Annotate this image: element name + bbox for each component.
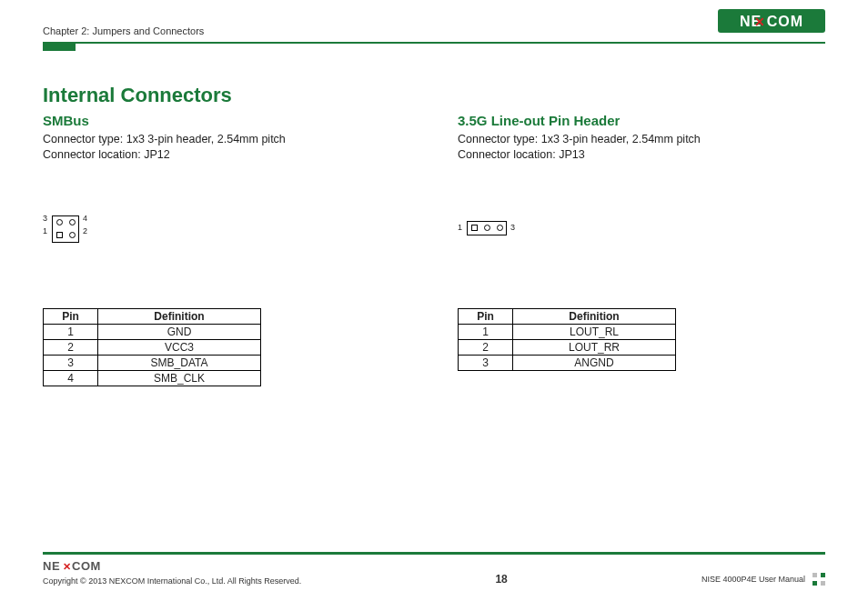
- smbus-pin-diagram: 3 4 1 2: [43, 199, 410, 272]
- smbus-spec-type: Connector type: 1x3 3-pin header, 2.54mm…: [43, 132, 410, 147]
- nexcom-logo-bottom: NE ✕ COM: [43, 558, 301, 575]
- smbus-pin-label-3: 3: [43, 214, 47, 223]
- copyright-text: Copyright © 2013 NEXCOM International Co…: [43, 576, 301, 586]
- footer-divider: [43, 552, 825, 555]
- smbus-heading: SMBus: [43, 113, 410, 128]
- table-header-pin: Pin: [44, 308, 98, 324]
- svg-text:COM: COM: [72, 559, 101, 573]
- chapter-title: Chapter 2: Jumpers and Connectors: [43, 25, 204, 36]
- smbus-pin-label-2: 2: [83, 226, 87, 235]
- lineout-spec-type: Connector type: 1x3 3-pin header, 2.54mm…: [458, 132, 825, 147]
- table-row: 1 LOUT_RL: [459, 324, 676, 339]
- header-divider: [43, 42, 825, 44]
- svg-text:NE COM: NE COM: [740, 14, 803, 29]
- section-lineout: 3.5G Line-out Pin Header Connector type:…: [458, 113, 825, 386]
- section-smbus: SMBus Connector type: 1x3 3-pin header, …: [43, 113, 410, 386]
- smbus-pin-label-1: 1: [43, 226, 47, 235]
- lineout-pin-label-3: 3: [510, 223, 515, 232]
- table-header-definition: Definition: [98, 308, 261, 324]
- svg-text:NE: NE: [43, 559, 60, 573]
- table-row: 2 VCC3: [44, 339, 261, 355]
- lineout-heading: 3.5G Line-out Pin Header: [458, 113, 825, 128]
- nexcom-logo-top: NE COM ✕: [718, 9, 825, 36]
- table-row: 3 SMB_DATA: [44, 355, 261, 370]
- lineout-pin-diagram: 1 3: [458, 199, 825, 272]
- table-row: 4 SMB_CLK: [44, 370, 261, 386]
- lineout-spec-location: Connector location: JP13: [458, 147, 825, 163]
- manual-name: NISE 4000P4E User Manual: [701, 575, 805, 584]
- table-header-pin: Pin: [459, 308, 513, 324]
- footer-ornament-icon: [812, 573, 825, 586]
- table-row: 2 LOUT_RR: [459, 339, 676, 355]
- smbus-spec-location: Connector location: JP12: [43, 147, 410, 163]
- page-title: Internal Connectors: [43, 84, 825, 107]
- smbus-pin-label-4: 4: [83, 214, 87, 223]
- table-row: 3 ANGND: [459, 355, 676, 370]
- lineout-pin-label-1: 1: [458, 223, 462, 232]
- svg-text:✕: ✕: [63, 561, 71, 572]
- lineout-pin-table: Pin Definition 1 LOUT_RL 2 LOUT_RR 3: [458, 308, 676, 371]
- smbus-pin-table: Pin Definition 1 GND 2 VCC3 3 SM: [43, 308, 261, 386]
- svg-text:✕: ✕: [754, 15, 765, 29]
- page-number: 18: [495, 573, 507, 586]
- table-header-definition: Definition: [513, 308, 676, 324]
- table-row: 1 GND: [44, 324, 261, 339]
